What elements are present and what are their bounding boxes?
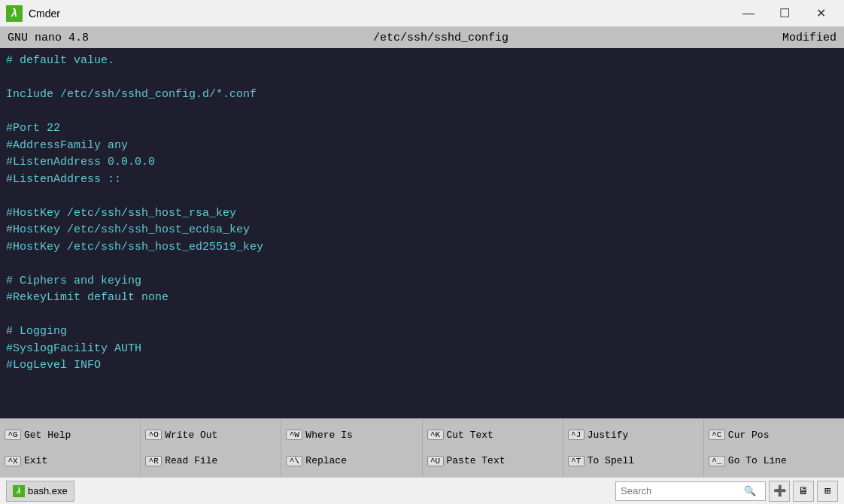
key-ctrl-r: ^R bbox=[145, 456, 162, 466]
label-readfile: Read File bbox=[165, 455, 217, 466]
editor-line: # default value. bbox=[6, 53, 838, 70]
search-icon: 🔍 bbox=[744, 485, 756, 497]
label-justify: Justify bbox=[587, 430, 629, 441]
label-exit: Exit bbox=[24, 455, 47, 466]
key-ctrl-underscore: ^_ bbox=[709, 456, 725, 466]
shortcut-row-tospell: ^T To Spell bbox=[568, 455, 699, 466]
shortcut-row-pastetext: ^U Paste Text bbox=[427, 455, 558, 466]
label-gethelp: Get Help bbox=[24, 430, 71, 441]
taskbar-search-area: 🔍 ➕ 🖥 ⊞ bbox=[79, 481, 838, 502]
key-ctrl-u: ^U bbox=[427, 456, 444, 466]
restore-button[interactable]: ☐ bbox=[767, 2, 802, 25]
shortcut-group-write: ^O Write Out ^R Read File bbox=[141, 419, 281, 477]
editor-line: Include /etc/ssh/sshd_config.d/*.conf bbox=[6, 87, 838, 104]
shortcut-group-help: ^G Get Help ^X Exit bbox=[0, 419, 141, 477]
shortcut-row-replace: ^\ Replace bbox=[286, 455, 417, 466]
label-writeout: Write Out bbox=[165, 430, 217, 441]
taskbar-app-icon: λ bbox=[13, 485, 25, 497]
search-box[interactable]: 🔍 bbox=[615, 481, 766, 501]
label-gotoline: Go To Line bbox=[728, 455, 787, 466]
close-button[interactable]: ✕ bbox=[803, 2, 838, 25]
editor-line bbox=[6, 256, 838, 273]
shortcut-group-search: ^W Where Is ^\ Replace bbox=[281, 419, 422, 477]
shortcut-row-gethelp: ^G Get Help bbox=[5, 430, 135, 441]
taskbar-icon-monitor[interactable]: 🖥 bbox=[793, 481, 814, 502]
taskbar-app-label: bash.exe bbox=[28, 485, 68, 496]
nano-status: Modified bbox=[724, 32, 836, 44]
editor-line: #ListenAddress 0.0.0.0 bbox=[6, 154, 838, 172]
key-ctrl-o: ^O bbox=[145, 430, 162, 440]
nano-header: GNU nano 4.8 /etc/ssh/sshd_config Modifi… bbox=[0, 27, 844, 48]
editor-line bbox=[6, 188, 838, 205]
editor-line: #ListenAddress :: bbox=[6, 172, 838, 189]
minimize-button[interactable]: — bbox=[731, 2, 766, 25]
key-ctrl-k: ^K bbox=[427, 430, 444, 440]
taskbar-icon-add[interactable]: ➕ bbox=[769, 481, 790, 502]
shortcut-group-pos: ^C Cur Pos ^_ Go To Line bbox=[704, 419, 844, 477]
shortcut-row-writeout: ^O Write Out bbox=[145, 430, 276, 441]
editor-line: #SyslogFacility AUTH bbox=[6, 341, 838, 358]
shortcut-row-exit: ^X Exit bbox=[5, 455, 135, 466]
editor-line: # Ciphers and keying bbox=[6, 273, 838, 290]
shortcut-row-justify: ^J Justify bbox=[568, 430, 699, 441]
nano-filename: /etc/ssh/sshd_config bbox=[158, 32, 724, 44]
shortcut-row-readfile: ^R Read File bbox=[145, 455, 276, 466]
shortcut-row-curpos: ^C Cur Pos bbox=[709, 430, 839, 441]
window-controls: — ☐ ✕ bbox=[731, 2, 838, 25]
editor-area[interactable]: # default value. Include /etc/ssh/sshd_c… bbox=[0, 48, 844, 418]
editor-line: #LogLevel INFO bbox=[6, 357, 838, 375]
app-icon: λ bbox=[6, 5, 23, 22]
shortcut-row-whereis: ^W Where Is bbox=[286, 430, 417, 441]
key-ctrl-backslash: ^\ bbox=[286, 456, 302, 466]
editor-line: #Port 22 bbox=[6, 120, 838, 138]
key-ctrl-j: ^J bbox=[568, 430, 584, 440]
key-ctrl-c: ^C bbox=[709, 430, 725, 440]
shortcut-group-cut: ^K Cut Text ^U Paste Text bbox=[423, 419, 563, 477]
editor-line: #AddressFamily any bbox=[6, 138, 838, 155]
label-curpos: Cur Pos bbox=[728, 430, 770, 441]
nano-version: GNU nano 4.8 bbox=[8, 32, 158, 44]
key-ctrl-x: ^X bbox=[5, 456, 21, 466]
editor-content: # default value. Include /etc/ssh/sshd_c… bbox=[6, 53, 838, 375]
label-pastetext: Paste Text bbox=[447, 455, 505, 466]
shortcut-row-gotoline: ^_ Go To Line bbox=[709, 455, 839, 466]
editor-line: # Logging bbox=[6, 323, 838, 341]
editor-line: #HostKey /etc/ssh/ssh_host_rsa_key bbox=[6, 205, 838, 223]
editor-line bbox=[6, 307, 838, 324]
editor-line: #HostKey /etc/ssh/ssh_host_ecdsa_key bbox=[6, 222, 838, 239]
shortcut-row-cuttext: ^K Cut Text bbox=[427, 430, 558, 441]
editor-line: #RekeyLimit default none bbox=[6, 290, 838, 307]
key-ctrl-w: ^W bbox=[286, 430, 302, 440]
label-cuttext: Cut Text bbox=[447, 430, 493, 441]
label-replace: Replace bbox=[305, 455, 347, 466]
editor-line bbox=[6, 104, 838, 121]
taskbar: λ bash.exe 🔍 ➕ 🖥 ⊞ bbox=[0, 477, 844, 504]
taskbar-app-button[interactable]: λ bash.exe bbox=[6, 481, 74, 502]
taskbar-icon-grid[interactable]: ⊞ bbox=[817, 481, 838, 502]
key-ctrl-g: ^G bbox=[5, 430, 21, 440]
shortcut-group-justify: ^J Justify ^T To Spell bbox=[563, 419, 704, 477]
search-input[interactable] bbox=[621, 485, 741, 496]
editor-line: #HostKey /etc/ssh/ssh_host_ed25519_key bbox=[6, 239, 838, 257]
title-bar: λ Cmder — ☐ ✕ bbox=[0, 0, 844, 27]
key-ctrl-t: ^T bbox=[568, 456, 584, 466]
label-whereis: Where Is bbox=[305, 430, 352, 441]
window-title: Cmder bbox=[29, 8, 731, 20]
nano-shortcuts-bar: ^G Get Help ^X Exit ^O Write Out ^R Read… bbox=[0, 418, 844, 477]
label-tospell: To Spell bbox=[587, 455, 634, 466]
editor-line bbox=[6, 70, 838, 87]
